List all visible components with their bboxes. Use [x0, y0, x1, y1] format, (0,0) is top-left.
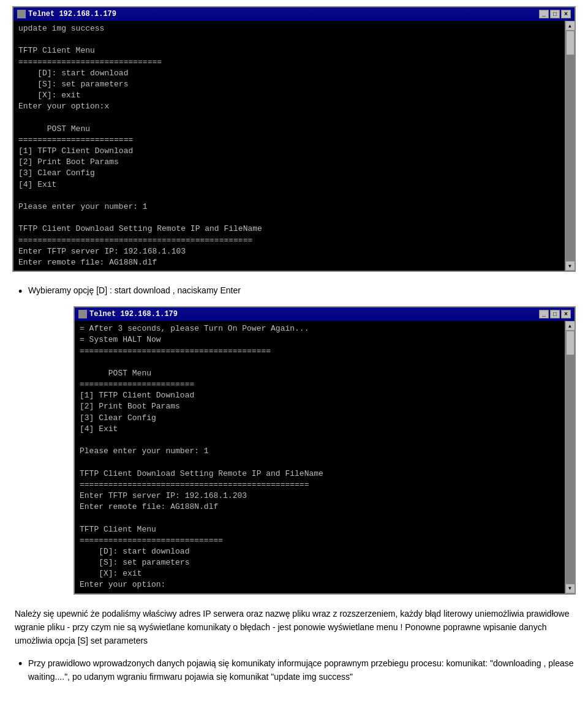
second-scroll-down-btn[interactable]: ▼	[565, 584, 575, 593]
maximize-button[interactable]: □	[550, 10, 560, 18]
bottom-bullet-dot-1: •	[18, 658, 23, 669]
bullet-dot-1: •	[18, 286, 23, 297]
top-terminal-title: Telnet 192.168.1.179	[28, 10, 116, 18]
second-terminal-titlebar: Telnet 192.168.1.179 _ □ ×	[75, 307, 575, 321]
bullet-section-1: • Wybieramy opcję [D] : start download ,…	[12, 284, 576, 297]
second-minimize-button[interactable]: _	[539, 310, 549, 318]
second-terminal-title-left: Telnet 192.168.1.179	[78, 310, 178, 318]
minimize-button[interactable]: _	[539, 10, 549, 18]
second-terminal-body: = After 3 seconds, please Turn On Power …	[75, 321, 575, 593]
scroll-down-btn[interactable]: ▼	[565, 261, 575, 271]
bullet-item-1: • Wybieramy opcję [D] : start download ,…	[18, 284, 576, 297]
second-terminal-scrollbar[interactable]: ▲ ▼	[565, 321, 575, 593]
bullet-text-1: Wybieramy opcję [D] : start download , n…	[28, 284, 241, 297]
top-terminal-title-left: Telnet 192.168.1.179	[17, 10, 116, 18]
second-terminal-title: Telnet 192.168.1.179	[89, 310, 178, 318]
second-scroll-thumb[interactable]	[566, 331, 575, 355]
second-maximize-button[interactable]: □	[550, 310, 560, 318]
top-terminal-titlebar: Telnet 192.168.1.179 _ □ ×	[13, 7, 575, 21]
terminal-icon	[17, 10, 26, 18]
close-button[interactable]: ×	[561, 10, 571, 18]
scroll-thumb[interactable]	[566, 31, 575, 55]
description-paragraph: Należy się upewnić że podaliśmy właściwy…	[12, 607, 576, 648]
second-terminal-content-area: = After 3 seconds, please Turn On Power …	[75, 321, 575, 593]
bottom-bullet-text-1: Przy prawidłowo wprowadzonych danych poj…	[28, 656, 576, 684]
bottom-bullet-item-1: • Przy prawidłowo wprowadzonych danych p…	[18, 656, 576, 684]
top-terminal-body: update img success TFTP Client Menu ====…	[13, 21, 575, 271]
second-terminal-icon	[78, 310, 87, 318]
second-terminal-text: = After 3 seconds, please Turn On Power …	[80, 323, 562, 591]
top-terminal-scrollbar[interactable]: ▲ ▼	[565, 21, 575, 271]
second-close-button[interactable]: ×	[561, 310, 571, 318]
top-terminal-content-area: update img success TFTP Client Menu ====…	[13, 21, 575, 271]
top-terminal: Telnet 192.168.1.179 _ □ × update img su…	[12, 6, 576, 272]
bottom-bullets: • Przy prawidłowo wprowadzonych danych p…	[12, 656, 576, 684]
second-terminal-container: Telnet 192.168.1.179 _ □ × = After 3 sec…	[12, 306, 576, 595]
second-scroll-track	[565, 331, 575, 584]
second-terminal: Telnet 192.168.1.179 _ □ × = After 3 sec…	[74, 306, 576, 595]
top-terminal-controls: _ □ ×	[539, 10, 571, 18]
second-terminal-controls: _ □ ×	[539, 310, 571, 318]
second-scroll-up-btn[interactable]: ▲	[565, 321, 575, 331]
scroll-track	[565, 31, 575, 261]
scroll-up-btn[interactable]: ▲	[565, 21, 575, 31]
top-terminal-text: update img success TFTP Client Menu ====…	[18, 23, 562, 268]
